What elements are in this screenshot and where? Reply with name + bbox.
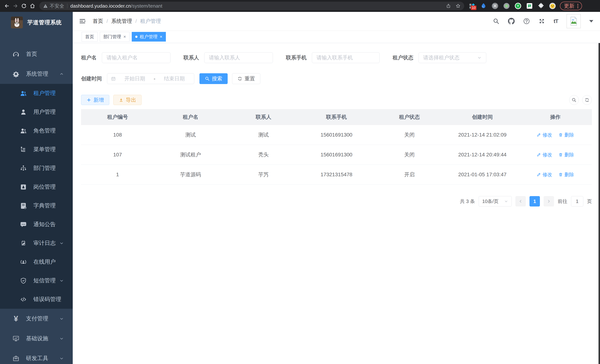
add-button[interactable]: 新增 [81, 95, 109, 105]
sidebar-item-用户管理[interactable]: 用户管理 [0, 103, 73, 121]
sidebar-item-岗位管理[interactable]: 岗位管理 [0, 177, 73, 196]
refresh-table-button[interactable] [582, 95, 592, 105]
edit-row-button[interactable]: 修改 [536, 132, 552, 138]
start-date-placeholder: 开始日期 [119, 75, 151, 82]
page-size-select[interactable]: 10条/页 [479, 196, 512, 206]
search-icon [205, 76, 210, 81]
cell-name: 芋道源码 [154, 165, 227, 184]
status-select[interactable]: 请选择租户状态 [419, 52, 486, 63]
extension-recorder-button[interactable] [503, 3, 510, 9]
help-doc-button[interactable] [523, 18, 530, 25]
cell-contact: 秃头 [227, 145, 300, 165]
url-bar[interactable]: 不安全 dashboard.yudao.iocoder.cn/system/te… [39, 2, 464, 10]
url-separator [67, 3, 67, 8]
breadcrumb-item[interactable]: 系统管理 [111, 18, 132, 25]
chevron-right-icon [547, 199, 551, 204]
filter-create-time: 创建时间 开始日期 - 结束日期 [81, 73, 194, 84]
edit-row-button[interactable]: 修改 [536, 152, 552, 158]
security-label[interactable]: 不安全 [50, 3, 64, 9]
sidebar-item-角色管理[interactable]: 角色管理 [0, 121, 73, 140]
sidebar-item-审计日志[interactable]: 审计日志 [0, 234, 73, 252]
sidebar-item-错误码管理[interactable]: 错误码管理 [0, 290, 73, 309]
extension-puzzle-button[interactable] [538, 3, 544, 9]
sidebar-collapse-button[interactable] [78, 17, 86, 25]
tab-部门管理[interactable]: 部门管理× [100, 32, 130, 42]
avatar[interactable] [567, 14, 581, 28]
org-tree-icon [19, 164, 28, 172]
tab-首页[interactable]: 首页 [82, 32, 98, 42]
breadcrumb-item[interactable]: 首页 [93, 18, 103, 25]
prev-page-button[interactable] [516, 196, 526, 206]
active-tab-dot [135, 36, 138, 38]
extension-drop-button[interactable] [480, 3, 487, 9]
cell-status: 开启 [373, 165, 446, 184]
bookmark-star-button[interactable] [456, 3, 460, 8]
browser-back-button[interactable] [3, 2, 11, 10]
delete-row-button[interactable]: 删除 [558, 132, 574, 138]
sidebar-item-在线用户[interactable]: 在线用户 [0, 252, 73, 271]
notice-icon [19, 220, 28, 229]
browser-reload-button[interactable] [20, 2, 28, 10]
app-logo-row[interactable]: 芋道管理系统 [0, 12, 73, 33]
trash-icon [558, 172, 563, 177]
goto-page-input[interactable] [571, 196, 583, 206]
share-button[interactable] [446, 3, 451, 8]
page-number-1[interactable]: 1 [529, 196, 540, 206]
sidebar-item-label: 系统管理 [26, 70, 48, 78]
reset-button[interactable]: 重置 [232, 73, 260, 84]
refresh-icon [585, 98, 590, 103]
user-icon [19, 108, 28, 116]
money-icon: ¥ [12, 315, 20, 323]
sidebar-item-支付管理[interactable]: ¥支付管理 [0, 309, 73, 328]
search-button[interactable]: 搜索 [199, 73, 228, 84]
browser-home-button[interactable] [28, 2, 37, 10]
create-time-label: 创建时间 [81, 75, 102, 82]
url-host[interactable]: dashboard.yudao.iocoder.cn [70, 3, 131, 9]
export-button[interactable]: 导出 [113, 95, 141, 105]
mobile-input[interactable] [317, 55, 375, 61]
sidebar-item-研发工具[interactable]: 研发工具 [0, 348, 73, 364]
delete-row-button[interactable]: 删除 [558, 171, 574, 178]
tab-close-icon[interactable]: × [160, 35, 162, 39]
sidebar-item-字典管理[interactable]: 字典管理 [0, 196, 73, 215]
calendar-icon [111, 76, 116, 81]
browser-update-button[interactable]: 更新 [560, 2, 582, 10]
extension-chat-button[interactable] [526, 3, 533, 9]
tab-租户管理[interactable]: 租户管理× [132, 32, 166, 42]
chevron-down-icon [477, 56, 482, 60]
sidebar-item-系统管理[interactable]: 系统管理 [0, 64, 73, 84]
fullscreen-button[interactable] [538, 18, 545, 25]
gear-icon [12, 70, 20, 78]
sidebar-item-短信管理[interactable]: 短信管理 [0, 271, 73, 290]
sidebar-item-基础设施[interactable]: 基础设施 [0, 328, 73, 348]
browser-forward-button[interactable] [11, 2, 20, 10]
next-page-button[interactable] [544, 196, 554, 206]
font-size-button[interactable]: tT [554, 18, 558, 24]
breadcrumb-separator: / [135, 18, 137, 24]
header-search-button[interactable] [493, 18, 499, 25]
browser-menu-icon[interactable] [576, 4, 579, 8]
tab-close-icon[interactable]: × [123, 35, 126, 39]
github-link-button[interactable] [508, 18, 515, 25]
edit-row-button[interactable]: 修改 [536, 171, 552, 178]
extension-command-button[interactable]: ⌘ [492, 3, 498, 9]
extension-grid-button[interactable]: 10 [469, 3, 475, 9]
extension-y-button[interactable]: Y [515, 3, 521, 9]
delete-row-button[interactable]: 删除 [558, 152, 574, 158]
toggle-search-button[interactable] [569, 95, 579, 105]
sidebar-item-label: 通知公告 [33, 221, 56, 228]
contact-input[interactable] [209, 55, 268, 61]
avatar-dropdown-caret[interactable] [589, 20, 593, 22]
sidebar-item-租户管理[interactable]: 租户管理 [0, 84, 73, 103]
tenant-name-input[interactable] [106, 55, 166, 61]
url-path[interactable]: /system/tenant [131, 3, 162, 9]
sidebar-item-菜单管理[interactable]: 菜单管理 [0, 140, 73, 159]
sidebar-item-部门管理[interactable]: 部门管理 [0, 159, 73, 177]
column-header-租户状态: 租户状态 [373, 109, 446, 125]
browser-scrollbar[interactable] [599, 12, 600, 364]
sidebar-item-通知公告[interactable]: 通知公告 [0, 215, 73, 234]
sidebar-item-首页[interactable]: 首页 [0, 44, 73, 64]
date-range-picker[interactable]: 开始日期 - 结束日期 [107, 73, 194, 84]
extension-emoji-button[interactable] [549, 3, 556, 9]
table-row: 108测试测试15601691300关闭2021-12-14 21:02:09修… [81, 125, 592, 145]
